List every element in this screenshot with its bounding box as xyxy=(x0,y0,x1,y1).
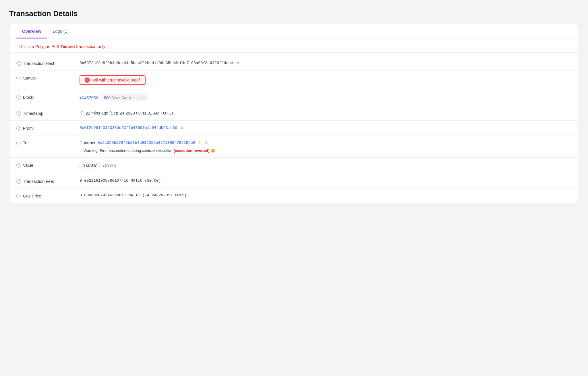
value-from: 0x6f2d9914312333dc63f6b43697b1a944db231c… xyxy=(80,125,572,130)
help-icon-from[interactable]: ? xyxy=(16,126,21,131)
label-to: ? To: xyxy=(16,140,80,145)
copy-hash-button[interactable]: ⧉ xyxy=(237,61,239,65)
execution-reverted-badge: [execution reverted] xyxy=(174,148,209,153)
row-to: ? To: Contract 0x9a359b57846b23b4d932359… xyxy=(9,135,579,158)
help-icon-block[interactable]: ? xyxy=(16,95,21,100)
testnet-banner: [ This is a Polygon PoS Testnet transact… xyxy=(16,44,572,49)
value-gas-price: 0.000000074246200017 MATIC (74.246200017… xyxy=(80,193,572,197)
warning-message: └ Warning! Error encountered during cont… xyxy=(80,148,572,153)
error-icon: ✕ xyxy=(85,77,90,83)
usd-amount: ($0.00) xyxy=(103,164,116,168)
block-number-link[interactable]: 40457956 xyxy=(80,96,98,100)
confirmations-badge: 580 Block Confirmations xyxy=(100,94,148,101)
label-block: ? Block: xyxy=(16,94,80,100)
value-timestamp: ⏱ 22 mins ago (Sep-24-2023 09:41:01 AM +… xyxy=(80,111,572,115)
row-transaction-fee: ? Transaction Fee: 0.0022161005780107416… xyxy=(9,174,579,189)
tab-logs[interactable]: Logs (1) xyxy=(47,24,74,38)
value-to: Contract 0x9a359b57846b23b4d932359e82718… xyxy=(80,140,572,153)
warning-triangle-icon[interactable]: ⚠ xyxy=(198,140,202,146)
row-gas-price: ? Gas Price: 0.000000074246200017 MATIC … xyxy=(9,189,579,203)
label-from: ? From: xyxy=(16,125,80,131)
matic-amount-badge: 0 MATIC xyxy=(80,162,101,169)
help-icon-status[interactable]: ? xyxy=(16,76,21,80)
help-icon-to[interactable]: ? xyxy=(16,141,21,145)
help-icon-value[interactable]: ? xyxy=(16,163,21,168)
help-icon-hash[interactable]: ? xyxy=(16,61,21,66)
label-transaction-hash: ? Transaction Hash: xyxy=(16,61,80,66)
transaction-card: Overview Logs (1) [ This is a Polygon Po… xyxy=(9,24,579,203)
gas-price-text: 0.000000074246200017 MATIC (74.246200017… xyxy=(80,193,187,197)
label-status: ? Status: xyxy=(16,75,80,80)
help-icon-fee[interactable]: ? xyxy=(16,179,21,184)
value-status: ✕ Fail with error 'Invalid proof' xyxy=(80,75,572,85)
tab-overview[interactable]: Overview xyxy=(16,24,47,38)
copy-from-button[interactable]: ⧉ xyxy=(181,125,183,130)
help-icon-gas[interactable]: ? xyxy=(16,194,21,198)
row-value: ? Value: 0 MATIC ($0.00) xyxy=(9,158,579,174)
label-value: ? Value: xyxy=(16,162,80,168)
page-title: Transaction Details xyxy=(9,9,579,18)
row-block: ? Block: 40457956 580 Block Confirmation… xyxy=(9,90,579,106)
fee-text: 0.0022161005780107416 MATIC ($0.00) xyxy=(80,179,161,183)
row-transaction-hash: ? Transaction Hash: 0x5072cf2e8f984e8e44… xyxy=(9,56,579,71)
label-transaction-fee: ? Transaction Fee: xyxy=(16,179,80,184)
help-icon-timestamp[interactable]: ? xyxy=(16,111,21,116)
status-text: Fail with error 'Invalid proof' xyxy=(92,78,140,82)
from-address-link[interactable]: 0x6f2d9914312333dc63f6b43697b1a944db231c… xyxy=(80,126,177,130)
row-timestamp: ? Timestamp: ⏱ 22 mins ago (Sep-24-2023 … xyxy=(9,106,579,121)
testnet-highlight: Testnet xyxy=(61,44,75,49)
value-matic: 0 MATIC ($0.00) xyxy=(80,162,572,169)
value-block: 40457956 580 Block Confirmations xyxy=(80,94,572,101)
to-address-link[interactable]: 0x9a359b57846b23b4d932359e82718694795299… xyxy=(98,141,195,145)
status-badge: ✕ Fail with error 'Invalid proof' xyxy=(80,75,146,85)
copy-to-button[interactable]: ⧉ xyxy=(205,140,208,145)
tab-bar: Overview Logs (1) xyxy=(9,24,579,38)
row-status: ? Status: ✕ Fail with error 'Invalid pro… xyxy=(9,71,579,90)
value-transaction-hash: 0x5072cf2e8f984e8e444e5bac292bbd1499d35b… xyxy=(80,61,572,65)
label-timestamp: ? Timestamp: xyxy=(16,111,80,116)
timestamp-text: 22 mins ago (Sep-24-2023 09:41:01 AM +UT… xyxy=(86,111,173,115)
row-from: ? From: 0x6f2d9914312333dc63f6b43697b1a9… xyxy=(9,121,579,135)
value-transaction-fee: 0.0022161005780107416 MATIC ($0.00) xyxy=(80,179,572,183)
clock-icon: ⏱ xyxy=(80,111,84,115)
smiley-icon: 🙁 xyxy=(211,148,215,153)
hash-value: 0x5072cf2e8f984e8e444e5bac292bbd1499d35b… xyxy=(80,61,233,65)
contract-label: Contract xyxy=(80,141,95,145)
label-gas-price: ? Gas Price: xyxy=(16,193,80,198)
